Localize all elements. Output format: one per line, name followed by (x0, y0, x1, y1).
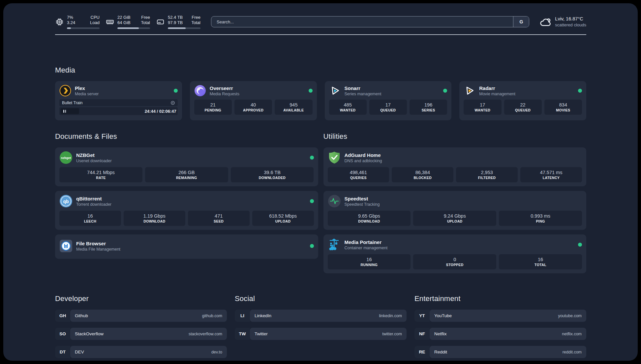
service-name: Overseerr (210, 85, 239, 91)
cpu-widget: 7%3.24 CPULoad (55, 15, 100, 29)
stat-box: 485 WANTED (329, 100, 367, 115)
bookmark-reddit[interactable]: RE Reddit reddit.com (414, 346, 586, 358)
stat-box: 2,953 FILTERED (456, 167, 518, 182)
service-description: Usenet downloader (76, 158, 112, 164)
bookmark-abbr: GH (55, 310, 70, 322)
svg-text:nzbget: nzbget (61, 156, 71, 160)
service-description: Movie management (479, 91, 515, 97)
disk-progress-bar (168, 27, 200, 29)
service-name: File Browser (76, 240, 120, 247)
bookmark-abbr: DT (55, 346, 70, 358)
stat-box: 1.19 Gbps DOWNLOAD (124, 211, 185, 226)
stat-box: 9.65 Gbps DOWNLOAD (328, 211, 411, 226)
service-description: Container management (345, 245, 388, 251)
service-name: Sonarr (345, 85, 382, 91)
bookmark-youtube[interactable]: YT YouTube youtube.com (414, 310, 586, 322)
now-playing-view-icon[interactable] (170, 101, 175, 105)
bookmark-github[interactable]: GH Github github.com (55, 310, 227, 322)
weather-condition: scattered clouds (555, 22, 586, 28)
status-dot (174, 89, 178, 93)
stat-box: 0 STOPPED (413, 254, 496, 269)
bookmark-netflix[interactable]: NF Netflix netflix.com (414, 328, 586, 340)
service-card-speedtest[interactable]: Speedtest Speedtest Tracking 9.65 Gbps D… (323, 191, 587, 230)
section-developer: Developer GH Github github.com SO StackO… (55, 294, 227, 361)
speedtest-icon (328, 195, 341, 208)
memory-progress-bar (117, 27, 150, 29)
bookmark-dev[interactable]: DT DEV dev.to (55, 346, 227, 358)
bookmark-linkedin[interactable]: LI LinkedIn linkedin.com (235, 310, 407, 322)
top-bar: 7%3.24 CPULoad (55, 13, 586, 30)
memory-icon (106, 17, 114, 26)
bookmark-abbr: SO (55, 328, 70, 340)
stat-box: 16 LEECH (59, 211, 121, 226)
service-name: NZBGet (76, 152, 112, 158)
cpu-values: 7%3.24 (67, 15, 75, 26)
service-name: AdGuard Home (345, 152, 382, 158)
section-title-developer: Developer (55, 294, 227, 303)
disk-icon (156, 17, 165, 26)
now-playing-widget: Bullet Train 24:44 / 02:06:47 (59, 99, 178, 115)
status-dot (578, 243, 582, 247)
status-dot (310, 244, 314, 248)
section-title-social: Social (235, 294, 407, 303)
section-title-documents: Documents & Files (55, 132, 318, 141)
service-card-nzbget[interactable]: nzbget NZBGet Usenet downloader 744.21 M… (55, 147, 318, 186)
service-card-plex[interactable]: Plex Media server Bullet Train (55, 81, 182, 120)
stat-box: 21 PENDING (194, 100, 232, 115)
service-description: Media Requests (210, 91, 239, 97)
disk-widget: 52.4 TB97.9 TB FreeTotal (156, 15, 200, 29)
overseerr-icon (194, 85, 206, 97)
weather-location-temp: Lviv, 16.87°C (555, 16, 586, 22)
sonarr-icon (329, 85, 341, 97)
service-description: Speedtest Tracking (345, 202, 380, 207)
stat-box: 16 TOTAL (499, 254, 582, 269)
stat-box: 22 QUEUED (504, 100, 542, 115)
search-input[interactable] (211, 16, 513, 27)
stat-box: 471 SEED (188, 211, 250, 226)
stat-box: 744.21 Mbps RATE (59, 167, 142, 182)
search-engine-button[interactable]: G (513, 16, 529, 27)
nzbget-icon: nzbget (59, 151, 73, 164)
bookmark-name: StackOverflow (75, 331, 104, 336)
service-name: Plex (75, 85, 99, 91)
bookmark-stackoverflow[interactable]: SO StackOverflow stackoverflow.com (55, 328, 227, 340)
pause-button[interactable] (61, 108, 79, 114)
stat-box: 498,461 QUERIES (328, 167, 389, 182)
bookmark-twitter[interactable]: TW Twitter twitter.com (235, 328, 407, 340)
memory-labels: FreeTotal (141, 15, 150, 26)
service-card-qbittorrent[interactable]: qb qBittorrent Torrent downloader 16 (55, 191, 318, 230)
service-card-file-browser[interactable]: File Browser Media File Management (55, 234, 318, 259)
search-bar: G (211, 16, 529, 27)
status-dot (310, 199, 314, 203)
bookmark-url: dev.to (211, 350, 222, 354)
disk-values: 52.4 TB97.9 TB (168, 15, 183, 26)
bookmark-url: stackoverflow.com (189, 332, 222, 336)
status-dot (310, 156, 314, 160)
service-card-sonarr[interactable]: Sonarr Series management 485 WANTED 17 Q… (325, 81, 452, 120)
service-description: Series management (345, 91, 382, 97)
service-card-adguard-home[interactable]: AdGuard Home DNS and adblocking 498,461 … (323, 147, 587, 186)
section-entertainment: Entertainment YT YouTube youtube.com NF … (414, 294, 586, 361)
service-card-overseerr[interactable]: Overseerr Media Requests 21 PENDING 40 A… (190, 81, 317, 120)
disk-labels: FreeTotal (192, 15, 200, 26)
service-card-media-portainer[interactable]: Media Portainer Container management 16 … (323, 234, 587, 273)
service-card-radarr[interactable]: Radarr Movie management 17 WANTED 22 QUE… (459, 81, 586, 120)
stat-box: 40 APPROVED (234, 100, 272, 115)
file-browser-icon (59, 239, 73, 253)
bookmark-name: Netflix (434, 331, 447, 336)
stat-box: 196 SERIES (410, 100, 447, 115)
status-dot (309, 89, 313, 93)
section-documents-files: Documents & Files nzbget NZBGet Usenet d… (55, 132, 318, 273)
resource-widgets: 7%3.24 CPULoad (55, 15, 200, 29)
bookmark-url: linkedin.com (379, 314, 402, 318)
portainer-icon (328, 238, 341, 251)
qbittorrent-icon: qb (59, 195, 73, 208)
bookmark-name: Twitter (255, 331, 268, 336)
stat-box: 834 MOVIES (544, 100, 582, 115)
section-social: Social LI LinkedIn linkedin.com TW Twitt… (235, 294, 407, 361)
bookmark-name: Reddit (434, 349, 447, 354)
cloud-icon (539, 16, 551, 28)
section-title-utilities: Utilities (323, 132, 587, 141)
stat-box: 86,384 BLOCKED (392, 167, 453, 182)
service-description: Media File Management (76, 247, 120, 252)
